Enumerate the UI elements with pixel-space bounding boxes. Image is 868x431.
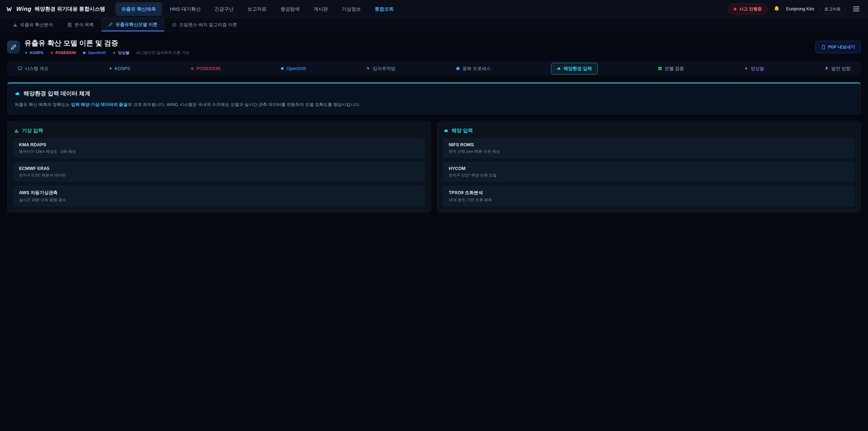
main-content: 유출유 확산 모델 이론 및 검증 KOSPS POSEIDON <box>0 38 868 212</box>
badge-label: KOSPS <box>30 51 43 55</box>
section-tab-particle-tracking[interactable]: 입자추적법 <box>366 65 395 72</box>
circle-target-icon <box>172 22 177 27</box>
badge-poseidon: POSEIDON <box>50 51 76 55</box>
section-tab-label: 시스템 개요 <box>25 65 49 72</box>
dataset-desc: 한국 근해 1km 해류·수온 예보 <box>449 149 849 154</box>
section-tab-poseidon[interactable]: POSEIDON <box>191 66 220 71</box>
intro-text-after: 에 크게 좌우됩니다. WING 시스템은 국내외 수치예보 모델과 실시간 관… <box>127 102 360 107</box>
badge-label: POSEIDON <box>56 51 76 55</box>
section-tab-model-validation[interactable]: 모델 검증 <box>658 65 684 72</box>
section-tab-kosps[interactable]: KOSPS <box>109 66 130 71</box>
subtab-bar: 유출유 확산분석 분석 목록 유출유확산모델 이론 오일펜스 배치 알고리즘 이… <box>0 18 868 32</box>
badge-kosps: KOSPS <box>24 51 43 55</box>
nav-item-integrated-search[interactable]: 통합조회 <box>369 2 400 16</box>
badge-ensemble: 앙상블 <box>113 50 129 55</box>
subtab-spill-analysis[interactable]: 유출유 확산분석 <box>6 18 59 31</box>
nav-item-weather-info[interactable]: 기상정보 <box>336 2 367 16</box>
particle-orbit-icon <box>366 66 370 71</box>
section-tab-future-direction[interactable]: 발전 방향 <box>825 65 850 72</box>
weather-card-title: 기상 입력 <box>22 127 43 134</box>
dataset-name: AWS 자동기상관측 <box>19 190 419 196</box>
section-tab-label: 앙상블 <box>751 65 764 72</box>
page-header: 유출유 확산 모델 이론 및 검증 KOSPS POSEIDON <box>7 38 861 55</box>
section-tab-bar: 시스템 개요 KOSPS POSEIDON OpenDrift 입자추적법 <box>7 62 861 75</box>
section-tab-opendrift[interactable]: OpenDrift <box>281 66 306 71</box>
notification-bell-icon[interactable] <box>773 6 780 12</box>
nav-item-hns-air-dispersion[interactable]: HNS·대기확산 <box>164 2 206 16</box>
pdf-export-label: PDF 내보내기 <box>828 44 855 50</box>
cloud-icon <box>15 91 21 96</box>
ocean-card-title: 해양 입력 <box>452 127 473 134</box>
intro-title-row: 해양환경 입력 데이터 체계 <box>15 90 853 97</box>
intro-text-highlight: 입력 해양·기상 데이터의 품질 <box>71 102 127 107</box>
page-header-text: 유출유 확산 모델 이론 및 검증 KOSPS POSEIDON <box>24 38 189 55</box>
section-tab-label: OpenDrift <box>286 66 306 71</box>
dataset-desc: 전지구 0.25° 재분석 데이터 <box>19 173 419 178</box>
subtab-label: 유출유확산모델 이론 <box>116 22 158 28</box>
section-tab-label: 풍화 프로세스 <box>463 65 491 72</box>
page-header-tile-icon <box>7 41 20 53</box>
cloud-icon <box>557 66 561 71</box>
pdf-document-icon <box>821 45 826 49</box>
page-title: 유출유 확산 모델 이론 및 검증 <box>24 38 189 48</box>
list-item: ECMWF ERA5 전지구 0.25° 재분석 데이터 <box>14 162 425 182</box>
dataset-name: KMA RDAPS <box>19 142 419 147</box>
weather-input-card: 기상 입력 KMA RDAPS 동아시아 12km 해상도 · 24h 예보 E… <box>7 121 431 212</box>
lightning-icon <box>113 51 116 55</box>
subtab-analysis-list[interactable]: 분석 목록 <box>61 18 100 31</box>
brand: Wing 해양환경 위기대응 통합시스템 <box>6 5 105 12</box>
dataset-desc: 전지구 1/12° 해양 순환 모델 <box>449 173 849 178</box>
lightning-icon <box>744 66 748 70</box>
list-item: KMA RDAPS 동아시아 12km 해상도 · 24h 예보 <box>14 138 425 158</box>
nav-item-board[interactable]: 게시판 <box>308 2 334 16</box>
logout-button[interactable]: 로그아웃 <box>820 4 845 14</box>
section-tab-label: POSEIDON <box>196 66 220 71</box>
nav-item-reports[interactable]: 보고자료 <box>242 2 272 16</box>
section-tab-ensemble[interactable]: 앙상블 <box>744 65 764 72</box>
badge-opendrift: OpenDrift <box>83 51 105 55</box>
dataset-name: TPXO9 조화분석 <box>449 190 849 196</box>
section-tab-label: 입자추적법 <box>373 65 395 72</box>
list-item: NIFS ROMS 한국 근해 1km 해류·수온 예보 <box>443 138 854 158</box>
subtab-oil-fence-algorithm[interactable]: 오일펜스 배치 알고리즘 이론 <box>165 18 244 31</box>
dataset-name: NIFS ROMS <box>449 142 849 147</box>
nav-item-oil-spill-prediction[interactable]: 유출유 확산예측 <box>116 2 162 16</box>
incident-status-badge[interactable]: 사고 진행중 <box>728 4 767 14</box>
input-data-cards: 기상 입력 KMA RDAPS 동아시아 12km 해상도 · 24h 예보 E… <box>7 121 861 212</box>
intro-text-before: 유출유 확산 예측의 정확도는 <box>15 102 71 107</box>
target-icon <box>50 51 54 55</box>
section-tab-label: 발전 방향 <box>831 65 850 72</box>
model-badge-row: KOSPS POSEIDON OpenDrift <box>24 50 189 55</box>
intro-paragraph: 유출유 확산 예측의 정확도는 입력 해양·기상 데이터의 품질에 크게 좌우됩… <box>15 101 853 108</box>
intro-title: 해양환경 입력 데이터 체계 <box>24 90 90 97</box>
pen-chart-icon <box>108 22 113 27</box>
rocket-icon <box>825 66 829 71</box>
dataset-name: ECMWF ERA5 <box>19 166 419 171</box>
section-tab-label: 해양환경 입력 <box>563 65 592 72</box>
diamond-icon <box>24 51 28 55</box>
badge-label: 앙상블 <box>118 50 129 55</box>
section-tab-weathering[interactable]: 풍화 프로세스 <box>456 65 491 72</box>
list-item: TPXO9 조화분석 15개 분조 기반 조류 예측 <box>443 186 854 206</box>
section-tab-marine-input[interactable]: 해양환경 입력 <box>551 63 598 74</box>
dataset-desc: 15개 분조 기반 조류 예측 <box>449 197 849 203</box>
weather-chart-icon <box>14 128 19 133</box>
nav-item-emergency-rescue[interactable]: 긴급구난 <box>209 2 239 16</box>
subtab-label: 유출유 확산분석 <box>20 22 53 28</box>
brand-title: 해양환경 위기대응 통합시스템 <box>35 5 105 12</box>
subtab-model-theory[interactable]: 유출유확산모델 이론 <box>101 18 164 31</box>
globe-dot-icon <box>281 67 284 70</box>
section-tab-system-overview[interactable]: 시스템 개요 <box>18 65 49 72</box>
hamburger-menu-icon[interactable] <box>851 4 862 13</box>
nav-item-aerial-search[interactable]: 항공탐색 <box>275 2 305 16</box>
document-list-icon <box>67 22 72 27</box>
user-name: Eunjeong Kim <box>786 6 814 11</box>
marine-input-intro-card: 해양환경 입력 데이터 체계 유출유 확산 예측의 정확도는 입력 해양·기상 … <box>7 83 861 114</box>
pdf-export-button[interactable]: PDF 내보내기 <box>815 41 861 53</box>
list-item: HYCOM 전지구 1/12° 해양 순환 모델 <box>443 162 854 182</box>
subtab-label: 오일펜스 배치 알고리즘 이론 <box>179 22 237 28</box>
list-item: AWS 자동기상관측 실시간 10분 단위 풍향·풍속 <box>14 186 425 206</box>
incident-dot-icon <box>734 8 737 10</box>
monitor-icon <box>18 66 22 71</box>
incident-badge-label: 사고 진행중 <box>739 6 762 12</box>
